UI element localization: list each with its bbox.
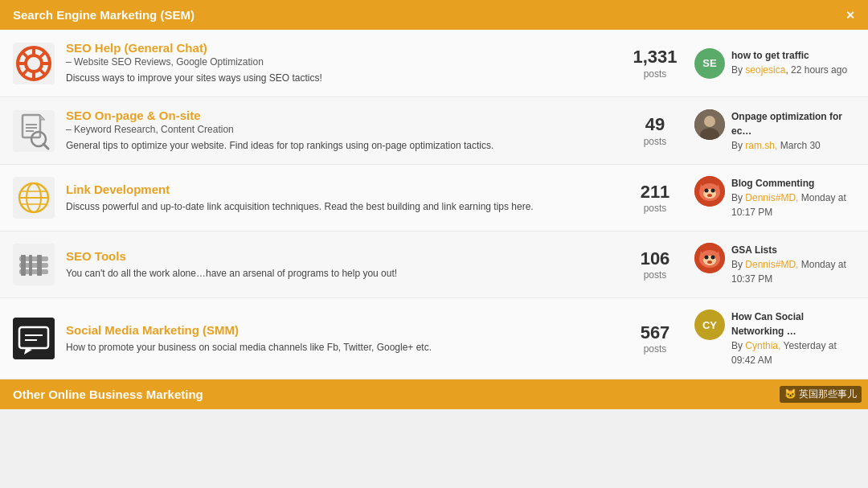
link-dev-desc: Discuss powerful and up-to-date link acq… (66, 199, 616, 214)
sem-close-button[interactable]: ✕ (845, 9, 855, 22)
svg-point-17 (704, 116, 715, 127)
seo-onpage-posts-label: posts (627, 136, 683, 147)
other-header: Other Online Business Marketing (0, 379, 868, 409)
seo-onpage-stats: 49 posts (627, 114, 683, 146)
svg-rect-37 (37, 255, 42, 276)
seo-tools-desc: You can't do all the work alone…have an … (66, 266, 616, 281)
seo-tools-posts-label: posts (627, 269, 683, 281)
other-header-title: Other Online Business Marketing (13, 388, 203, 401)
seo-tools-post-info: GSA Lists By Dennis#MD, Monday at 10:37 … (731, 243, 855, 286)
smm-count: 567 (627, 322, 683, 343)
seo-help-avatar: SE (694, 48, 725, 79)
svg-rect-10 (23, 115, 40, 137)
link-dev-stats: 211 posts (627, 182, 683, 214)
link-dev-last-post: Blog Commenting By Dennis#MD, Monday at … (694, 176, 855, 219)
seo-tools-info: SEO Tools You can't do all the work alon… (66, 249, 616, 281)
seo-help-desc: Discuss ways to improve your sites ways … (66, 71, 616, 85)
forum-row-seo-tools: SEO Tools You can't do all the work alon… (0, 232, 868, 298)
svg-point-30 (711, 189, 715, 193)
seo-onpage-author-link[interactable]: ram.sh, (745, 140, 777, 151)
seo-tools-count: 106 (627, 248, 683, 269)
seo-tools-avatar (694, 243, 725, 273)
seo-help-author-link[interactable]: seojesica (745, 64, 785, 76)
seo-tools-post-by: By Dennis#MD, Monday at 10:37 PM (731, 257, 855, 286)
svg-rect-35 (21, 255, 26, 276)
seo-help-post-info: how to get traffic By seojesica, 22 hour… (731, 48, 847, 77)
seo-onpage-post-by: By ram.sh, March 30 (731, 138, 855, 153)
link-dev-icon (13, 177, 55, 219)
svg-rect-36 (29, 255, 32, 276)
smm-stats: 567 posts (627, 322, 683, 355)
smm-last-post: CY How Can Social Networking … By Cynthi… (694, 310, 855, 367)
svg-line-6 (23, 51, 28, 57)
seo-help-post-title[interactable]: how to get traffic (731, 48, 847, 63)
seo-onpage-by-label: By (731, 140, 743, 151)
seo-help-count: 1,331 (627, 47, 683, 68)
smm-author-link[interactable]: Cynthia, (745, 340, 780, 351)
seo-onpage-avatar (694, 109, 725, 140)
link-dev-by-label: By (731, 192, 743, 203)
svg-line-8 (39, 51, 45, 57)
seo-onpage-post-info: Onpage optimization for ec… By ram.sh, M… (731, 109, 855, 153)
forum-row-seo-onpage: SEO On-page & On-site – Keyword Research… (0, 97, 868, 165)
svg-point-43 (705, 256, 709, 260)
seo-help-title[interactable]: SEO Help (General Chat) (66, 41, 616, 55)
watermark: 🐱 英国那些事儿 (780, 386, 862, 403)
smm-avatar: CY (694, 310, 725, 340)
seo-help-icon (13, 43, 55, 84)
link-dev-count: 211 (627, 182, 683, 203)
other-section: Other Online Business Marketing (0, 379, 868, 409)
forum-row-seo-help: SEO Help (General Chat) – Website SEO Re… (0, 30, 868, 97)
link-dev-post-title[interactable]: Blog Commenting (731, 176, 855, 191)
link-dev-title[interactable]: Link Development (66, 182, 616, 196)
link-dev-posts-label: posts (627, 203, 683, 214)
svg-line-9 (23, 69, 28, 75)
seo-onpage-info: SEO On-page & On-site – Keyword Research… (66, 109, 616, 153)
sem-section: Search Engine Marketing (SEM) ✕ (0, 0, 868, 379)
link-dev-author-link[interactable]: Dennis#MD, (745, 192, 798, 203)
seo-tools-post-title[interactable]: GSA Lists (731, 243, 855, 257)
seo-help-by-label: By (731, 64, 743, 76)
smm-post-info: How Can Social Networking … By Cynthia, … (731, 310, 855, 367)
seo-help-last-post: SE how to get traffic By seojesica, 22 h… (694, 48, 855, 79)
seo-onpage-last-post: Onpage optimization for ec… By ram.sh, M… (694, 109, 855, 153)
watermark-text: 🐱 英国那些事儿 (784, 388, 857, 400)
seo-onpage-post-title[interactable]: Onpage optimization for ec… (731, 109, 855, 138)
svg-point-29 (705, 189, 709, 193)
seo-tools-title[interactable]: SEO Tools (66, 249, 616, 263)
seo-onpage-count: 49 (627, 114, 683, 135)
link-dev-post-info: Blog Commenting By Dennis#MD, Monday at … (731, 176, 855, 219)
seo-help-post-by: By seojesica, 22 hours ago (731, 63, 847, 77)
svg-point-44 (711, 256, 715, 260)
smm-by-label: By (731, 340, 743, 351)
svg-line-7 (39, 69, 45, 75)
smm-title[interactable]: Social Media Marketing (SMM) (66, 323, 616, 337)
smm-icon (13, 318, 55, 359)
smm-info: Social Media Marketing (SMM) How to prom… (66, 323, 616, 355)
forum-row-link-dev: Link Development Discuss powerful and up… (0, 165, 868, 232)
smm-avatar-initials: CY (702, 319, 717, 331)
smm-desc: How to promote your business on social m… (66, 340, 616, 355)
seo-onpage-icon (13, 110, 55, 152)
seo-help-post-time: 22 hours ago (791, 64, 847, 76)
svg-point-45 (707, 260, 712, 264)
seo-help-posts-label: posts (627, 68, 683, 80)
seo-tools-by-label: By (731, 259, 743, 270)
smm-posts-label: posts (627, 343, 683, 355)
seo-onpage-post-time: March 30 (780, 140, 821, 151)
seo-onpage-desc: General tips to optimize your website. F… (66, 138, 616, 153)
seo-tools-author-link[interactable]: Dennis#MD, (745, 259, 798, 270)
seo-onpage-title[interactable]: SEO On-page & On-site (66, 109, 616, 122)
smm-post-title[interactable]: How Can Social Networking … (731, 310, 855, 338)
seo-help-subtitle: – Website SEO Reviews, Google Optimizati… (66, 56, 616, 68)
svg-point-1 (26, 55, 42, 72)
page-wrapper: Search Engine Marketing (SEM) ✕ (0, 0, 868, 409)
seo-help-stats: 1,331 posts (627, 47, 683, 79)
svg-point-31 (707, 194, 712, 197)
seo-onpage-subtitle: – Keyword Research, Content Creation (66, 124, 616, 135)
sem-header-title: Search Engine Marketing (SEM) (13, 8, 194, 22)
seo-help-info: SEO Help (General Chat) – Website SEO Re… (66, 41, 616, 85)
link-dev-info: Link Development Discuss powerful and up… (66, 182, 616, 214)
link-dev-avatar (694, 176, 725, 207)
seo-tools-last-post: GSA Lists By Dennis#MD, Monday at 10:37 … (694, 243, 855, 286)
